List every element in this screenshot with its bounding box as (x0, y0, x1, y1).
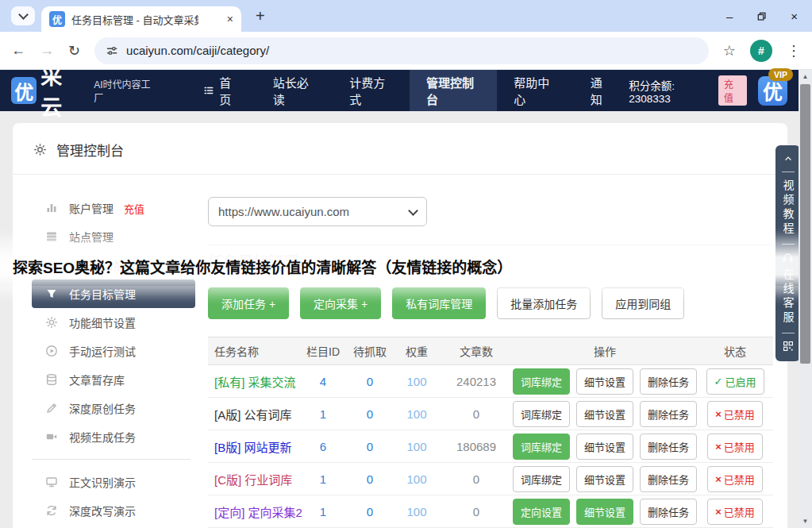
action-button[interactable]: 删除任务 (640, 434, 697, 460)
weight-value[interactable]: 100 (394, 472, 440, 486)
pending-count[interactable]: 0 (346, 505, 394, 518)
bookmark-star-icon[interactable]: ☆ (723, 42, 736, 60)
task-table: 任务名称栏目ID待抓取权重文章数操作状态[私有] 采集交流40100240213… (208, 337, 773, 528)
browser-menu-kebab-icon[interactable]: ⋮ (787, 42, 801, 60)
back-icon[interactable]: ← (11, 42, 25, 59)
recharge-button[interactable]: 充值 (718, 75, 747, 106)
site-navbar: 优 采云 AI时代内容工厂 首页站长必读计费方式管理控制台帮助中心通知 积分余额… (0, 70, 799, 111)
pending-count[interactable]: 0 (346, 375, 394, 388)
sidebar-item-deep-rewrite[interactable]: 深度改写演示 (32, 496, 195, 525)
address-input[interactable]: ucaiyun.com/caiji/category/ (94, 37, 709, 64)
private-thesaurus-button[interactable]: 私有词库管理 (392, 287, 486, 319)
category-id[interactable]: 1 (300, 472, 346, 486)
reload-icon[interactable]: ↻ (68, 42, 80, 60)
row-actions: 定向设置细节设置删除任务 (513, 499, 697, 525)
action-button[interactable]: 词库绑定 (513, 434, 570, 460)
action-button[interactable]: 细节设置 (576, 368, 633, 395)
list-icon (203, 85, 214, 96)
vip-badge: VIP (768, 68, 793, 81)
action-button[interactable]: 细节设置 (576, 466, 633, 492)
nav-item-label: 计费方式 (349, 74, 393, 107)
category-id[interactable]: 1 (300, 407, 346, 421)
page-scrollbar[interactable]: ▲ ▼ (799, 70, 812, 528)
refresh-icon (44, 504, 59, 517)
tab-search-button[interactable] (11, 6, 35, 25)
browser-profile-avatar[interactable]: # (750, 40, 772, 62)
apply-to-group-button[interactable]: 应用到同组 (602, 287, 684, 319)
article-count: 240213 (440, 375, 513, 388)
sidebar-item-feature-settings[interactable]: 功能细节设置 (32, 308, 195, 337)
scrollbar-down-arrow-icon[interactable]: ▼ (799, 518, 812, 525)
category-id[interactable]: 6 (300, 440, 346, 453)
pencil-icon (44, 402, 59, 414)
nav-item-help-center[interactable]: 帮助中心 (497, 70, 574, 111)
window-restore-button[interactable] (756, 11, 767, 21)
weight-value[interactable]: 100 (394, 407, 440, 421)
weight-value[interactable]: 100 (394, 440, 440, 453)
status-badge[interactable]: 已启用 (706, 368, 764, 395)
action-button[interactable]: 删除任务 (640, 466, 697, 492)
pending-count[interactable]: 0 (346, 440, 394, 453)
video-tutorial-button[interactable]: 视频教程 (780, 179, 796, 237)
sidebar-item-deep-original[interactable]: 深度原创任务 (32, 394, 195, 422)
browser-url-bar: ← → ↻ ucaiyun.com/caiji/category/ ☆ # ⋮ (0, 32, 812, 70)
monitor-icon (44, 476, 59, 488)
article-count: 180689 (440, 440, 513, 453)
category-id[interactable]: 4 (300, 375, 346, 388)
status-badge[interactable]: 已禁用 (707, 466, 763, 492)
nav-item-console[interactable]: 管理控制台 (410, 70, 497, 111)
site-logo-text[interactable]: 采云 (40, 60, 86, 121)
sidebar-item-content-recognition[interactable]: 正文识别演示 (32, 468, 195, 496)
weight-value[interactable]: 100 (394, 375, 440, 388)
action-button[interactable]: 定向设置 (513, 499, 570, 525)
new-tab-button[interactable]: + (256, 7, 265, 25)
action-button[interactable]: 细节设置 (576, 401, 633, 427)
sidebar-item-video-task[interactable]: 视频生成任务 (32, 422, 195, 451)
category-id[interactable]: 1 (300, 505, 346, 518)
scrollbar-up-arrow-icon[interactable]: ▲ (799, 73, 812, 80)
pending-count[interactable]: 0 (346, 407, 394, 421)
server-icon (44, 230, 59, 243)
camera-icon (44, 430, 59, 443)
action-button[interactable]: 词库绑定 (513, 368, 570, 395)
action-button[interactable]: 删除任务 (640, 368, 697, 395)
page-title: 管理控制台 (56, 140, 124, 160)
sidebar-item-manual-test[interactable]: 手动运行测试 (32, 337, 195, 365)
action-button[interactable]: 细节设置 (576, 499, 633, 525)
column-header: 状态 (697, 343, 773, 359)
sidebar-item-article-buffer[interactable]: 文章暂存库 (32, 365, 195, 394)
action-button[interactable]: 删除任务 (640, 401, 697, 427)
window-close-button[interactable]: × (791, 10, 798, 23)
pending-count[interactable]: 0 (346, 472, 394, 486)
gear-icon (44, 316, 59, 329)
action-button[interactable]: 删除任务 (640, 499, 697, 525)
tab-close-icon[interactable]: × (227, 13, 233, 25)
weight-value[interactable]: 100 (394, 505, 440, 518)
browser-tab[interactable]: 优 任务目标管理 - 自动文章采集器 × (41, 6, 241, 32)
status-badge[interactable]: 已禁用 (707, 401, 763, 427)
nav-item-home[interactable]: 首页 (187, 70, 256, 111)
scroll-top-button[interactable] (783, 155, 794, 163)
directed-collect-button[interactable]: 定向采集 + (300, 287, 381, 319)
window-minimize-button[interactable]: – (726, 10, 733, 23)
action-button[interactable]: 词库绑定 (513, 401, 570, 427)
action-button[interactable]: 词库绑定 (513, 466, 570, 492)
qrcode-button[interactable] (783, 341, 794, 352)
add-task-button[interactable]: 添加任务 + (208, 287, 289, 319)
batch-add-task-button[interactable]: 批量添加任务 (497, 287, 591, 319)
site-settings-tune-icon[interactable] (106, 44, 118, 57)
sidebar-item-cutoff-item[interactable] (32, 525, 195, 528)
status-badge[interactable]: 已禁用 (707, 434, 763, 460)
scrollbar-thumb[interactable] (800, 84, 810, 364)
nav-item-notice[interactable]: 通知 (574, 70, 629, 111)
nav-item-webmaster-guide[interactable]: 站长必读 (256, 70, 333, 111)
site-logo-badge[interactable]: 优 (11, 77, 37, 104)
action-button[interactable]: 细节设置 (576, 434, 633, 460)
sidebar-recharge-link[interactable]: 充值 (124, 201, 144, 216)
sidebar-item-account[interactable]: 账户管理充值 (32, 194, 195, 222)
status-badge[interactable]: 已禁用 (707, 499, 763, 525)
funnel-icon (44, 287, 59, 300)
forward-icon[interactable]: → (40, 42, 54, 59)
site-select[interactable]: https://www.ucaiyun.com (208, 197, 427, 226)
nav-item-pricing[interactable]: 计费方式 (333, 70, 410, 111)
